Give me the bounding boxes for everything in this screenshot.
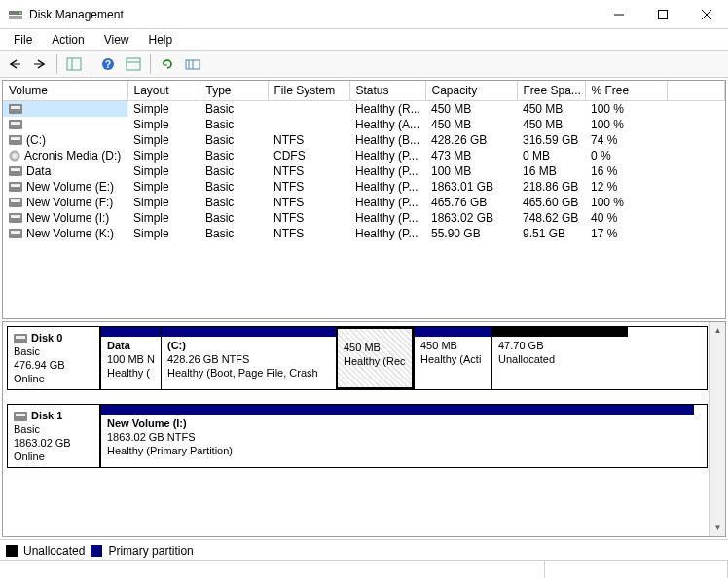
volume-list-pane[interactable]: Volume Layout Type File System Status Ca… — [2, 80, 726, 319]
cell-type: Basic — [200, 163, 268, 179]
scroll-up-icon[interactable]: ▲ — [710, 322, 726, 339]
partition-strip: Data100 MB NHealthy ((C:)428.26 GB NTFSH… — [100, 326, 708, 390]
col-volume[interactable]: Volume — [3, 81, 127, 100]
table-row[interactable]: (C:)SimpleBasicNTFSHealthy (B...428.26 G… — [3, 132, 725, 148]
table-row[interactable]: DataSimpleBasicNTFSHealthy (P...100 MB16… — [3, 163, 725, 179]
disk-row: Disk 0Basic476.94 GBOnlineData100 MB NHe… — [7, 326, 708, 392]
forward-button[interactable] — [29, 54, 51, 75]
table-row[interactable]: SimpleBasicHealthy (A...450 MB450 MB100 … — [3, 117, 725, 132]
svg-rect-9 — [67, 58, 81, 70]
cell-fs — [268, 117, 349, 132]
disk-kind: Basic — [14, 423, 40, 435]
partition[interactable]: Data100 MB NHealthy ( — [100, 327, 161, 389]
volume-name: New Volume (K:) — [26, 227, 114, 240]
cell-free: 450 MB — [517, 100, 585, 117]
partition[interactable]: 450 MBHealthy (Reco — [336, 327, 414, 389]
cd-icon — [9, 150, 20, 162]
disk-icon — [9, 213, 22, 223]
partition-header-primary — [101, 327, 161, 337]
partition[interactable]: 450 MBHealthy (Acti — [414, 327, 491, 389]
col-layout[interactable]: Layout — [127, 81, 200, 100]
toolbar: ? — [0, 51, 728, 78]
maximize-button[interactable] — [640, 0, 684, 29]
col-capacity[interactable]: Capacity — [425, 81, 517, 100]
col-filesystem[interactable]: File System — [268, 81, 349, 100]
refresh-button[interactable] — [157, 54, 178, 75]
cell-free: 465.60 GB — [517, 195, 585, 210]
column-headers: Volume Layout Type File System Status Ca… — [3, 81, 725, 100]
menu-action[interactable]: Action — [42, 31, 93, 49]
status-seg-2 — [545, 561, 728, 578]
cell-fs — [268, 100, 349, 117]
partition-size: 100 MB N — [107, 353, 155, 365]
partition[interactable]: New Volume (I:)1863.02 GB NTFSHealthy (P… — [100, 405, 694, 467]
settings-button[interactable] — [182, 54, 203, 75]
graphical-view-pane[interactable]: Disk 0Basic476.94 GBOnlineData100 MB NHe… — [2, 321, 726, 537]
col-free[interactable]: Free Spa... — [517, 81, 585, 100]
col-type[interactable]: Type — [200, 81, 268, 100]
show-hide-console-button[interactable] — [63, 54, 85, 75]
menu-help[interactable]: Help — [139, 31, 183, 49]
separator — [91, 54, 91, 74]
partition-size: 450 MB — [344, 342, 381, 353]
cell-layout: Simple — [127, 132, 200, 148]
volume-name: New Volume (E:) — [26, 180, 114, 194]
cell-free: 748.62 GB — [517, 210, 585, 226]
disk-icon — [9, 229, 22, 238]
partition-size: 1863.02 GB NTFS — [107, 431, 196, 443]
minimize-button[interactable] — [597, 0, 640, 29]
partition[interactable]: (C:)428.26 GB NTFSHealthy (Boot, Page Fi… — [161, 327, 336, 389]
table-row[interactable]: Acronis Media (D:)SimpleBasicCDFSHealthy… — [3, 148, 725, 163]
col-pct[interactable]: % Free — [585, 81, 667, 100]
table-row[interactable]: SimpleBasicHealthy (R...450 MB450 MB100 … — [3, 100, 725, 117]
partition[interactable]: 47.70 GBUnallocated — [491, 327, 628, 389]
cell-pct: 100 % — [585, 117, 667, 132]
cell-fs: NTFS — [268, 210, 349, 226]
menu-file[interactable]: File — [4, 31, 42, 49]
separator — [56, 54, 57, 74]
disk-row: Disk 1Basic1863.02 GBOnlineNew Volume (I… — [7, 404, 708, 470]
cell-layout: Simple — [127, 163, 200, 179]
scroll-down-icon[interactable]: ▼ — [710, 520, 726, 536]
svg-point-2 — [19, 12, 21, 14]
disk-icon — [9, 198, 22, 207]
disk-info[interactable]: Disk 0Basic476.94 GBOnline — [7, 326, 100, 390]
cell-capacity: 1863.01 GB — [425, 179, 517, 195]
help-button[interactable]: ? — [97, 54, 119, 75]
volume-name: (C:) — [26, 133, 46, 147]
col-status[interactable]: Status — [349, 81, 425, 100]
menu-view[interactable]: View — [94, 31, 139, 49]
cell-type: Basic — [200, 195, 268, 210]
partition-name: New Volume (I:) — [107, 417, 187, 429]
cell-layout: Simple — [127, 226, 200, 241]
cell-free: 16 MB — [517, 163, 585, 179]
cell-layout: Simple — [127, 179, 200, 195]
cell-free: 9.51 GB — [517, 226, 585, 241]
table-row[interactable]: New Volume (I:)SimpleBasicNTFSHealthy (P… — [3, 210, 725, 226]
cell-fs: NTFS — [268, 179, 349, 195]
properties-button[interactable] — [123, 54, 144, 75]
cell-type: Basic — [200, 132, 268, 148]
disk-kind: Basic — [14, 345, 40, 357]
partition-size: 450 MB — [420, 340, 457, 351]
back-button[interactable] — [4, 54, 25, 75]
svg-text:?: ? — [105, 59, 111, 70]
title-bar: Disk Management — [0, 0, 728, 29]
volume-name: New Volume (F:) — [26, 196, 113, 209]
legend-unallocated: Unallocated — [23, 544, 85, 558]
cell-capacity: 450 MB — [425, 100, 517, 117]
cell-status: Healthy (P... — [349, 148, 425, 163]
table-row[interactable]: New Volume (K:)SimpleBasicNTFSHealthy (P… — [3, 226, 725, 241]
disk-state: Online — [14, 373, 45, 384]
vertical-scrollbar[interactable]: ▲ ▼ — [709, 322, 725, 536]
separator — [150, 54, 151, 74]
disk-icon — [9, 120, 22, 129]
table-row[interactable]: New Volume (E:)SimpleBasicNTFSHealthy (P… — [3, 179, 725, 195]
legend-primary: Primary partition — [108, 544, 193, 558]
disk-info[interactable]: Disk 1Basic1863.02 GBOnline — [7, 404, 100, 468]
close-button[interactable] — [684, 0, 728, 29]
disk-icon — [9, 166, 22, 176]
partition-status: Healthy (Acti — [420, 353, 481, 365]
table-row[interactable]: New Volume (F:)SimpleBasicNTFSHealthy (P… — [3, 195, 725, 210]
cell-layout: Simple — [127, 195, 200, 210]
